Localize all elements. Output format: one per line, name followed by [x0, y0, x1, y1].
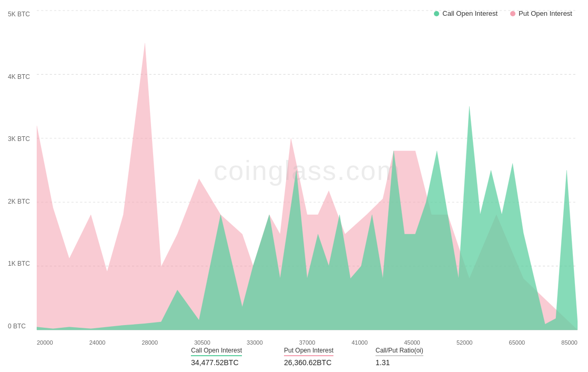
x-label-1: 24000 — [89, 339, 106, 346]
stat-put-label: Put Open Interest — [284, 347, 333, 356]
x-label-9: 65000 — [509, 339, 525, 346]
x-label-5: 37000 — [299, 339, 316, 346]
y-label-1k: 1K BTC — [8, 260, 30, 267]
x-label-7: 45000 — [404, 339, 420, 346]
stat-ratio-label: Call/Put Ratio(oi) — [376, 347, 423, 356]
chart-svg — [37, 11, 577, 330]
stats-row: Call Open Interest 34,477.52BTC Put Open… — [37, 347, 577, 367]
y-label-3k: 3K BTC — [8, 135, 30, 143]
x-label-3: 30500 — [194, 339, 210, 346]
y-axis: 5K BTC 4K BTC 3K BTC 2K BTC 1K BTC 0 BTC — [8, 11, 30, 330]
y-label-2k: 2K BTC — [8, 198, 30, 205]
y-label-4k: 4K BTC — [8, 73, 30, 81]
x-axis: 20000 24000 28000 30500 33000 37000 4100… — [37, 339, 577, 346]
stat-put: Put Open Interest 26,360.62BTC — [284, 347, 333, 367]
stat-call-label: Call Open Interest — [191, 347, 242, 356]
y-label-0: 0 BTC — [8, 323, 30, 330]
x-label-8: 52000 — [457, 339, 473, 346]
stat-ratio: Call/Put Ratio(oi) 1.31 — [376, 347, 423, 367]
stat-ratio-value: 1.31 — [376, 358, 390, 367]
x-label-6: 41000 — [351, 339, 368, 346]
x-label-10: 85000 — [561, 339, 577, 346]
y-label-5k: 5K BTC — [8, 11, 30, 18]
chart-area: 5K BTC 4K BTC 3K BTC 2K BTC 1K BTC 0 BTC — [37, 11, 577, 330]
stat-call: Call Open Interest 34,477.52BTC — [191, 347, 242, 367]
stat-put-value: 26,360.62BTC — [284, 358, 331, 367]
x-label-0: 20000 — [37, 339, 53, 346]
stat-call-value: 34,477.52BTC — [191, 358, 238, 367]
chart-container: Call Open Interest Put Open Interest 5K … — [0, 0, 588, 372]
x-label-4: 33000 — [247, 339, 263, 346]
x-label-2: 28000 — [141, 339, 158, 346]
